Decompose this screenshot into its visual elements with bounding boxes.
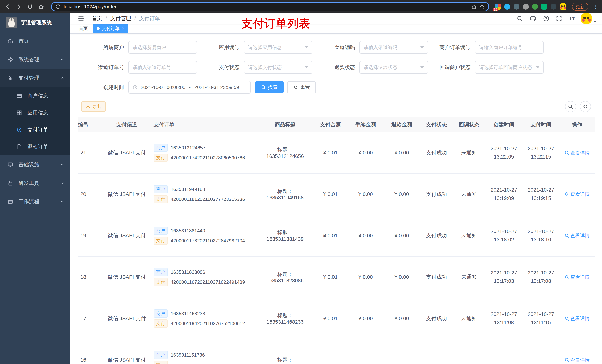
orders-table: 编号 支付渠道 支付订单 商品标题 支付金额 手续金额 退款金额 支付状态 回调… <box>78 117 595 364</box>
extension-icon[interactable]: 10 <box>495 4 501 10</box>
filter-field-input[interactable]: 请输入商户订单编号 <box>475 41 544 54</box>
date-start-value[interactable]: 2021-10-01 00:00:00 <box>141 84 185 90</box>
extension-icon[interactable] <box>523 4 529 10</box>
cell-create-time <box>485 339 522 364</box>
breadcrumb-payment[interactable]: 支付管理 <box>110 15 131 22</box>
filter-row: 渠道订单号 请输入渠道订单号 支付状态 请选择支付状态 退款状态 请选择退款状态… <box>81 61 598 74</box>
filter-field-input[interactable]: 请选择应用信息 <box>244 41 312 54</box>
bookmark-star-icon[interactable] <box>479 4 485 9</box>
sidebar-item-merchant-info[interactable]: 商户信息 <box>0 87 70 104</box>
table-row: 20 微信 JSAPI 支付 商户 1635311949168 支付 42000… <box>78 174 595 215</box>
update-button[interactable]: 更新 <box>572 3 588 11</box>
reload-icon[interactable] <box>26 3 34 11</box>
back-icon[interactable] <box>4 3 12 11</box>
cell-notify: 未通知 <box>453 132 485 174</box>
date-range-input[interactable]: 2021-10-01 00:00:00 - 2021-10-31 23:59:5… <box>129 81 251 94</box>
extension-icon[interactable] <box>550 4 557 10</box>
cell-notify: 未通知 <box>453 256 485 298</box>
cell-title: 标题：1635311468233 <box>257 298 313 339</box>
search-icon[interactable] <box>517 15 523 22</box>
github-icon[interactable] <box>530 15 536 22</box>
search-toggle-button[interactable] <box>565 101 576 112</box>
filter-field-input[interactable]: 请选择退款状态 <box>359 61 428 74</box>
browser-menu-icon[interactable]: ⋮ <box>593 4 598 10</box>
view-detail-link[interactable]: 查看详情 <box>559 215 595 256</box>
clock-icon <box>133 85 138 90</box>
search-button[interactable]: 搜索 <box>255 81 284 94</box>
date-end-value[interactable]: 2021-10-31 23:59:59 <box>194 84 239 90</box>
column-header: 手续金额 <box>348 117 383 132</box>
filter-field-input[interactable]: 请输入渠道订单号 <box>129 61 197 74</box>
forward-icon[interactable] <box>15 3 23 11</box>
pay-tag: 支付 <box>154 154 168 162</box>
view-detail-link[interactable]: 查看详情 <box>559 298 595 339</box>
view-detail-link[interactable]: 查看详情 <box>559 339 595 364</box>
extension-icon[interactable] <box>541 4 547 10</box>
cell-create-time: 2021-10-2713:17:03 <box>485 256 522 298</box>
info-icon[interactable] <box>55 4 61 9</box>
filter-field-input[interactable]: 请选择支付状态 <box>244 61 312 74</box>
column-header: 编号 <box>78 117 104 132</box>
page: localhost:1024/pay/order 10 更新 ⋮ <box>0 0 602 364</box>
profile-avatar[interactable] <box>560 3 567 10</box>
cell-notify: 未通知 <box>453 174 485 215</box>
view-detail-link[interactable]: 查看详情 <box>559 132 595 174</box>
filter-field-label: 退款状态 <box>334 64 359 71</box>
extension-icon[interactable] <box>504 4 510 10</box>
sidebar-item-payment[interactable]: 支付管理 <box>0 69 70 87</box>
address-bar[interactable]: localhost:1024/pay/order <box>51 2 489 11</box>
sidebar-item-refund-order[interactable]: 退款订单 <box>0 138 70 155</box>
breadcrumb-home[interactable]: 首页 <box>92 15 102 22</box>
sidebar-item-system[interactable]: 系统管理 <box>0 50 70 69</box>
cell-id: 16 <box>78 339 104 364</box>
filter-field: 渠道编码 请输入渠道编码 <box>312 41 428 54</box>
cell-channel: 微信 JSAPI 支付 <box>104 215 150 256</box>
card-icon <box>16 93 22 99</box>
share-icon[interactable] <box>471 4 476 9</box>
filter-field: 退款状态 请选择退款状态 <box>312 61 428 74</box>
filter-field-input[interactable]: 请输入渠道编码 <box>359 41 428 54</box>
export-button[interactable]: 导出 <box>81 101 106 112</box>
sidebar-item-app-info[interactable]: 应用信息 <box>0 104 70 121</box>
filter-field-input[interactable]: 请选择所属商户 <box>129 41 197 54</box>
chevron-down-icon <box>593 20 597 24</box>
search-icon <box>564 192 569 197</box>
view-detail-link[interactable]: 查看详情 <box>559 256 595 298</box>
cell-pay-time: 2021-10-2713:18:10 <box>522 215 559 256</box>
sidebar-item-dev-tools[interactable]: 研发工具 <box>0 174 70 192</box>
user-menu[interactable] <box>581 13 597 24</box>
view-detail-link[interactable]: 查看详情 <box>559 174 595 215</box>
cell-refund: ¥ 0.00 <box>383 132 420 174</box>
sidebar-item-pay-order[interactable]: 支付订单 <box>0 121 70 138</box>
cell-title: 标题：1635312124656 <box>257 132 313 174</box>
font-size-icon[interactable]: TT <box>569 15 575 22</box>
sidebar-item-workflow[interactable]: 工作流程 <box>0 192 70 211</box>
help-icon[interactable] <box>543 15 549 22</box>
fullscreen-icon[interactable] <box>556 15 562 22</box>
cell-fee <box>348 339 383 364</box>
cell-refund: ¥ 0.00 <box>383 298 420 339</box>
sidebar-item-infrastructure[interactable]: 基础设施 <box>0 155 70 174</box>
hamburger-icon[interactable] <box>75 15 87 22</box>
refresh-button[interactable] <box>580 101 591 112</box>
filter-field-input[interactable]: 请选择订单回调商户状态 <box>475 61 544 74</box>
reset-button[interactable]: 重置 <box>287 81 316 94</box>
sidebar-item-home[interactable]: 首页 <box>0 32 70 50</box>
cell-fee: ¥ 0.00 <box>348 215 383 256</box>
tab-home[interactable]: 首页 <box>75 24 91 33</box>
extension-icon[interactable] <box>532 4 538 10</box>
cell-notify: 未通知 <box>453 215 485 256</box>
close-tab-icon[interactable]: × <box>122 26 124 31</box>
home-icon[interactable] <box>37 3 45 11</box>
cell-create-time: 2021-10-2713:11:08 <box>485 298 522 339</box>
cell-channel: 微信 JSAPI 支付 <box>104 174 150 215</box>
url-text[interactable]: localhost:1024/pay/order <box>64 4 468 10</box>
filter-field: 回调商户状态 请选择订单回调商户状态 <box>428 61 544 74</box>
column-header: 商品标题 <box>257 117 313 132</box>
extension-icon[interactable] <box>514 4 519 10</box>
breadcrumb-current: 支付订单 <box>139 15 160 22</box>
cell-id: 17 <box>78 298 104 339</box>
tab-pay-order[interactable]: 支付订单 × <box>93 24 128 33</box>
logo: 芋道管理系统 <box>0 13 70 32</box>
lock-icon <box>7 180 13 186</box>
